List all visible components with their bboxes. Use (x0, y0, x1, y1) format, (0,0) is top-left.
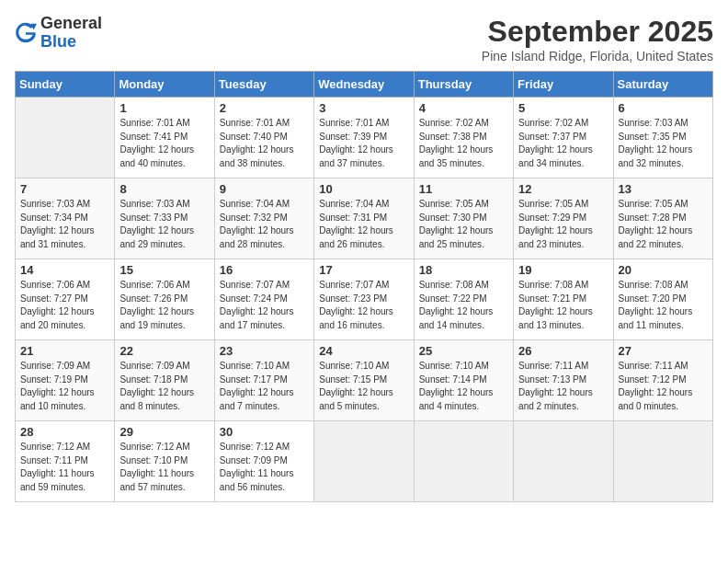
day-info: Sunrise: 7:10 AMSunset: 7:15 PMDaylight:… (319, 360, 408, 413)
day-info: Sunrise: 7:08 AMSunset: 7:20 PMDaylight:… (619, 279, 708, 332)
day-info: Sunrise: 7:10 AMSunset: 7:14 PMDaylight:… (419, 360, 508, 413)
table-row (314, 421, 414, 502)
table-row: 11Sunrise: 7:05 AMSunset: 7:30 PMDayligh… (414, 178, 513, 259)
table-row: 2Sunrise: 7:01 AMSunset: 7:40 PMDaylight… (214, 98, 313, 178)
calendar-week-row: 28Sunrise: 7:12 AMSunset: 7:11 PMDayligh… (16, 421, 713, 502)
table-row (16, 98, 115, 178)
day-number: 6 (619, 101, 708, 115)
day-number: 14 (20, 263, 109, 277)
day-info: Sunrise: 7:09 AMSunset: 7:18 PMDaylight:… (119, 360, 209, 413)
day-number: 1 (119, 101, 209, 115)
calendar-week-row: 21Sunrise: 7:09 AMSunset: 7:19 PMDayligh… (16, 340, 713, 421)
header-thursday: Thursday (414, 72, 513, 98)
day-number: 12 (518, 182, 608, 196)
day-info: Sunrise: 7:12 AMSunset: 7:10 PMDaylight:… (119, 441, 209, 494)
day-info: Sunrise: 7:01 AMSunset: 7:41 PMDaylight:… (119, 117, 209, 170)
table-row: 18Sunrise: 7:08 AMSunset: 7:22 PMDayligh… (414, 259, 513, 340)
table-row: 24Sunrise: 7:10 AMSunset: 7:15 PMDayligh… (314, 340, 414, 421)
day-info: Sunrise: 7:02 AMSunset: 7:38 PMDaylight:… (419, 117, 508, 170)
day-number: 4 (419, 101, 508, 115)
day-number: 22 (119, 344, 209, 358)
day-info: Sunrise: 7:01 AMSunset: 7:39 PMDaylight:… (319, 117, 408, 170)
calendar-week-row: 1Sunrise: 7:01 AMSunset: 7:41 PMDaylight… (16, 98, 713, 178)
day-number: 16 (220, 263, 309, 277)
day-number: 26 (518, 344, 608, 358)
day-info: Sunrise: 7:08 AMSunset: 7:22 PMDaylight:… (419, 279, 508, 332)
header-monday: Monday (115, 72, 214, 98)
day-number: 19 (518, 263, 608, 277)
day-info: Sunrise: 7:03 AMSunset: 7:34 PMDaylight:… (20, 198, 109, 251)
day-number: 17 (319, 263, 408, 277)
day-info: Sunrise: 7:07 AMSunset: 7:23 PMDaylight:… (319, 279, 408, 332)
table-row (514, 421, 613, 502)
header-saturday: Saturday (613, 72, 712, 98)
day-info: Sunrise: 7:01 AMSunset: 7:40 PMDaylight:… (220, 117, 309, 170)
month-title: September 2025 (482, 15, 713, 49)
day-number: 24 (319, 344, 408, 358)
table-row: 1Sunrise: 7:01 AMSunset: 7:41 PMDaylight… (115, 98, 214, 178)
location-text: Pine Island Ridge, Florida, United State… (482, 49, 713, 63)
table-row: 3Sunrise: 7:01 AMSunset: 7:39 PMDaylight… (314, 98, 414, 178)
calendar-table: Sunday Monday Tuesday Wednesday Thursday… (15, 71, 713, 502)
table-row: 25Sunrise: 7:10 AMSunset: 7:14 PMDayligh… (414, 340, 513, 421)
calendar-week-row: 14Sunrise: 7:06 AMSunset: 7:27 PMDayligh… (16, 259, 713, 340)
day-number: 3 (319, 101, 408, 115)
logo-general-text: General (40, 14, 102, 32)
page-header: General Blue September 2025 Pine Island … (15, 15, 713, 63)
table-row: 5Sunrise: 7:02 AMSunset: 7:37 PMDaylight… (514, 98, 613, 178)
day-number: 27 (619, 344, 708, 358)
day-info: Sunrise: 7:12 AMSunset: 7:11 PMDaylight:… (20, 441, 109, 494)
day-info: Sunrise: 7:12 AMSunset: 7:09 PMDaylight:… (220, 441, 309, 494)
day-number: 23 (220, 344, 309, 358)
table-row: 27Sunrise: 7:11 AMSunset: 7:12 PMDayligh… (613, 340, 712, 421)
day-info: Sunrise: 7:05 AMSunset: 7:30 PMDaylight:… (419, 198, 508, 251)
day-info: Sunrise: 7:11 AMSunset: 7:13 PMDaylight:… (518, 360, 608, 413)
day-number: 28 (20, 425, 109, 439)
day-info: Sunrise: 7:08 AMSunset: 7:21 PMDaylight:… (518, 279, 608, 332)
table-row: 17Sunrise: 7:07 AMSunset: 7:23 PMDayligh… (314, 259, 414, 340)
calendar-week-row: 7Sunrise: 7:03 AMSunset: 7:34 PMDaylight… (16, 178, 713, 259)
header-friday: Friday (514, 72, 613, 98)
header-sunday: Sunday (16, 72, 115, 98)
table-row: 20Sunrise: 7:08 AMSunset: 7:20 PMDayligh… (613, 259, 712, 340)
day-number: 8 (119, 182, 209, 196)
header-tuesday: Tuesday (214, 72, 313, 98)
table-row: 4Sunrise: 7:02 AMSunset: 7:38 PMDaylight… (414, 98, 513, 178)
day-number: 10 (319, 182, 408, 196)
day-number: 25 (419, 344, 508, 358)
weekday-header-row: Sunday Monday Tuesday Wednesday Thursday… (16, 72, 713, 98)
table-row: 13Sunrise: 7:05 AMSunset: 7:28 PMDayligh… (613, 178, 712, 259)
table-row: 23Sunrise: 7:10 AMSunset: 7:17 PMDayligh… (214, 340, 313, 421)
table-row (414, 421, 513, 502)
header-wednesday: Wednesday (314, 72, 414, 98)
day-info: Sunrise: 7:11 AMSunset: 7:12 PMDaylight:… (619, 360, 708, 413)
day-number: 15 (119, 263, 209, 277)
day-info: Sunrise: 7:03 AMSunset: 7:33 PMDaylight:… (119, 198, 209, 251)
logo: General Blue (15, 15, 102, 52)
table-row: 10Sunrise: 7:04 AMSunset: 7:31 PMDayligh… (314, 178, 414, 259)
table-row: 29Sunrise: 7:12 AMSunset: 7:10 PMDayligh… (115, 421, 214, 502)
day-info: Sunrise: 7:05 AMSunset: 7:28 PMDaylight:… (619, 198, 708, 251)
table-row: 30Sunrise: 7:12 AMSunset: 7:09 PMDayligh… (214, 421, 313, 502)
table-row: 6Sunrise: 7:03 AMSunset: 7:35 PMDaylight… (613, 98, 712, 178)
day-number: 5 (518, 101, 608, 115)
day-number: 18 (419, 263, 508, 277)
day-number: 30 (220, 425, 309, 439)
day-info: Sunrise: 7:10 AMSunset: 7:17 PMDaylight:… (220, 360, 309, 413)
day-info: Sunrise: 7:04 AMSunset: 7:32 PMDaylight:… (220, 198, 309, 251)
table-row: 26Sunrise: 7:11 AMSunset: 7:13 PMDayligh… (514, 340, 613, 421)
table-row: 22Sunrise: 7:09 AMSunset: 7:18 PMDayligh… (115, 340, 214, 421)
logo-blue-text: Blue (40, 32, 76, 51)
day-number: 20 (619, 263, 708, 277)
day-info: Sunrise: 7:06 AMSunset: 7:26 PMDaylight:… (119, 279, 209, 332)
day-info: Sunrise: 7:06 AMSunset: 7:27 PMDaylight:… (20, 279, 109, 332)
table-row: 15Sunrise: 7:06 AMSunset: 7:26 PMDayligh… (115, 259, 214, 340)
table-row: 12Sunrise: 7:05 AMSunset: 7:29 PMDayligh… (514, 178, 613, 259)
table-row: 7Sunrise: 7:03 AMSunset: 7:34 PMDaylight… (16, 178, 115, 259)
table-row: 19Sunrise: 7:08 AMSunset: 7:21 PMDayligh… (514, 259, 613, 340)
day-info: Sunrise: 7:05 AMSunset: 7:29 PMDaylight:… (518, 198, 608, 251)
day-number: 11 (419, 182, 508, 196)
day-info: Sunrise: 7:02 AMSunset: 7:37 PMDaylight:… (518, 117, 608, 170)
table-row: 14Sunrise: 7:06 AMSunset: 7:27 PMDayligh… (16, 259, 115, 340)
title-block: September 2025 Pine Island Ridge, Florid… (482, 15, 713, 63)
